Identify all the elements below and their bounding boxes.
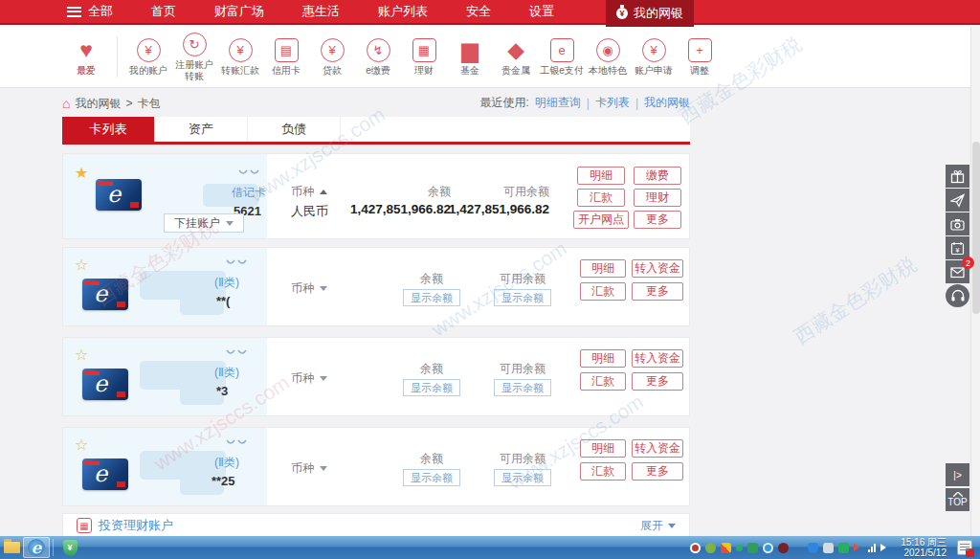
recent-link-card-list[interactable]: 卡列表: [595, 95, 630, 111]
toolbar-item-icbc-epay[interactable]: e 工银e支付: [539, 27, 585, 87]
recent-link-my-ebank[interactable]: 我的网银: [644, 95, 690, 111]
currency-sort[interactable]: 币种: [291, 184, 327, 200]
currency-sort[interactable]: 币种: [291, 370, 327, 387]
pay-fees-button[interactable]: 缴费: [634, 167, 681, 185]
nav-item-all[interactable]: 全部: [67, 3, 113, 20]
detail-button[interactable]: 明细: [580, 349, 626, 368]
tray-icon[interactable]: [690, 543, 701, 553]
branch-button[interactable]: 开户网点: [573, 211, 629, 229]
show-balance-button[interactable]: 显示余额: [403, 469, 460, 486]
card-row: ★ e 借记卡 5621 下挂账户 币种 人民币 余额 1,427,851,96…: [62, 153, 690, 239]
remit-button[interactable]: 汇款: [577, 189, 625, 207]
toolbar-item-epay-fees[interactable]: ↯ e缴费: [355, 27, 401, 87]
transfer-in-button[interactable]: 转入资金: [632, 349, 683, 368]
messages-button[interactable]: 2: [946, 260, 969, 283]
detail-button[interactable]: 明细: [580, 259, 626, 278]
remit-button[interactable]: 汇款: [580, 282, 626, 301]
sub-account-button[interactable]: 下挂账户: [164, 213, 244, 233]
tray-icon[interactable]: [763, 543, 773, 553]
bank-card-image: e: [82, 458, 128, 490]
show-balance-button[interactable]: 显示余额: [494, 379, 551, 396]
toolbar-item-loan[interactable]: ¥ 贷款: [309, 27, 355, 87]
toolbar-item-wealth-mgmt[interactable]: ▦ 理财: [401, 27, 447, 87]
screenshot-button[interactable]: [946, 212, 969, 235]
nav-item-home[interactable]: 首页: [151, 3, 176, 20]
tray-icon[interactable]: [838, 543, 849, 553]
show-balance-button[interactable]: 显示余额: [494, 469, 551, 486]
expand-button[interactable]: 展开: [640, 518, 676, 534]
toolbar-item-remittance[interactable]: ¥ 转账汇款: [217, 27, 263, 87]
show-balance-button[interactable]: 显示余额: [403, 379, 460, 396]
favorite-star-outline-icon[interactable]: ☆: [75, 256, 88, 274]
tray-icon[interactable]: [778, 543, 789, 553]
collapse-rail-button[interactable]: |>: [946, 463, 969, 486]
taskbar-clock[interactable]: 15:16 周三 2021/5/12: [901, 537, 947, 558]
more-button[interactable]: 更多: [632, 462, 683, 481]
notes-icon[interactable]: [957, 540, 972, 555]
tray-icon[interactable]: [808, 543, 818, 553]
tab-assets[interactable]: 资产: [155, 117, 248, 142]
tab-bar: 卡列表 资产 负债: [62, 117, 690, 145]
top-navigation: 全部 首页 财富广场 惠生活 账户列表 安全 设置 ¥ 我的网银: [0, 0, 980, 25]
gift-button[interactable]: [946, 165, 969, 188]
toolbar-item-my-account[interactable]: ¥ 我的账户: [125, 27, 171, 87]
favorite-star-icon[interactable]: ★: [75, 164, 88, 182]
wealth-button[interactable]: 理财: [634, 189, 681, 207]
toolbar-item-favorites[interactable]: ♥ 最爱: [63, 27, 109, 87]
currency-sort[interactable]: 币种: [291, 280, 327, 297]
transfer-in-button[interactable]: 转入资金: [632, 439, 683, 458]
tray-icon[interactable]: [721, 543, 731, 553]
nav-item-accounts[interactable]: 账户列表: [378, 3, 428, 20]
network-signal-icon[interactable]: [868, 543, 876, 552]
taskbar-ie-button[interactable]: e: [23, 537, 50, 558]
hide-info-icon[interactable]: [226, 349, 247, 358]
more-button[interactable]: 更多: [632, 282, 683, 301]
tab-liabilities[interactable]: 负债: [248, 117, 341, 142]
tray-red-speaker-icon[interactable]: [854, 544, 863, 551]
tray-icon[interactable]: [823, 543, 834, 553]
taskbar-explorer-button[interactable]: [0, 537, 23, 558]
remit-button[interactable]: 汇款: [580, 372, 626, 391]
toolbar-item-funds[interactable]: ▆ 基金: [447, 27, 493, 87]
toolbar-item-local-features[interactable]: ◉ 本地特色: [585, 27, 631, 87]
nav-item-security[interactable]: 安全: [466, 3, 491, 20]
nav-item-settings[interactable]: 设置: [529, 3, 554, 20]
share-button[interactable]: [946, 189, 969, 212]
recent-link-detail-query[interactable]: 明细查询: [535, 95, 581, 111]
toolbar-item-registered-transfer[interactable]: ↻ 注册账户转账: [171, 27, 217, 87]
hide-info-icon[interactable]: [238, 169, 259, 178]
my-ebank-button[interactable]: ¥ 我的网银: [606, 0, 694, 27]
customer-service-button[interactable]: [946, 284, 969, 307]
breadcrumb-root[interactable]: 我的网银: [75, 96, 121, 112]
hide-info-icon[interactable]: [226, 439, 247, 448]
tray-icon[interactable]: [736, 545, 743, 551]
tray-icon[interactable]: [747, 543, 758, 553]
show-balance-button[interactable]: 显示余额: [494, 289, 551, 306]
currency-sort[interactable]: 币种: [291, 460, 327, 477]
remit-button[interactable]: 汇款: [580, 462, 626, 481]
toolbar-item-adjust[interactable]: + 调整: [677, 27, 723, 87]
scrollbar-thumb[interactable]: [972, 142, 980, 314]
toolbar-item-credit-card[interactable]: ▤ 信用卡: [263, 27, 309, 87]
tray-icon[interactable]: [705, 543, 716, 553]
more-button[interactable]: 更多: [632, 372, 683, 391]
taskbar-security-control-button[interactable]: ¥: [56, 537, 83, 558]
nav-item-life[interactable]: 惠生活: [302, 3, 340, 20]
favorite-star-outline-icon[interactable]: ☆: [75, 436, 88, 454]
toolbar-item-account-apply[interactable]: ¥ 账户申请: [631, 27, 677, 87]
nav-item-wealth[interactable]: 财富广场: [214, 3, 264, 20]
more-button[interactable]: 更多: [634, 211, 681, 229]
show-balance-button[interactable]: 显示余额: [403, 289, 460, 306]
money-bag-icon: ¥: [616, 8, 628, 19]
tab-card-list[interactable]: 卡列表: [62, 117, 155, 142]
vertical-scrollbar[interactable]: [970, 27, 980, 536]
detail-button[interactable]: 明细: [577, 167, 625, 185]
back-to-top-button[interactable]: TOP: [946, 488, 969, 511]
favorite-star-outline-icon[interactable]: ☆: [75, 346, 88, 364]
toolbar-item-precious-metals[interactable]: ◆ 贵金属: [493, 27, 539, 87]
breadcrumb-separator: >: [125, 97, 132, 110]
hide-info-icon[interactable]: [226, 259, 247, 268]
transfer-in-button[interactable]: 转入资金: [632, 259, 683, 278]
volume-icon[interactable]: [880, 544, 890, 551]
detail-button[interactable]: 明细: [580, 439, 626, 458]
